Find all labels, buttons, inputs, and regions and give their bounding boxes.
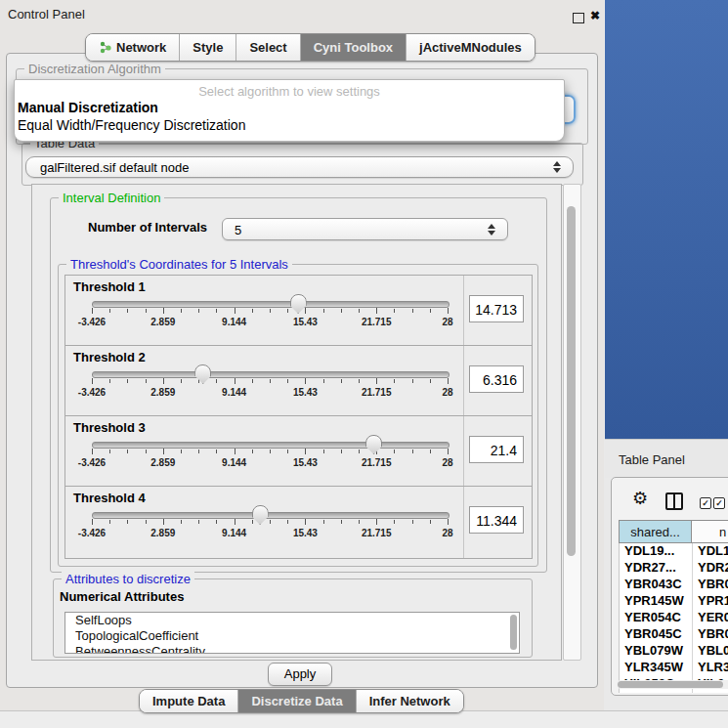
- cell-shared-name[interactable]: YBL079W: [619, 643, 692, 660]
- scrollbar-thumb[interactable]: [618, 681, 723, 688]
- cell-name[interactable]: YBR0: [692, 577, 728, 593]
- tab-style[interactable]: Style: [179, 34, 236, 61]
- tick-label: 2.859: [150, 457, 175, 468]
- slider-thumb[interactable]: [194, 364, 211, 384]
- row-divider: [463, 276, 464, 347]
- scrollbar-thumb[interactable]: [567, 206, 576, 556]
- cell-name[interactable]: YPR1: [692, 593, 728, 610]
- tick-label: 15.43: [293, 457, 318, 468]
- cell-name[interactable]: YDR2: [692, 560, 728, 577]
- threshold-value-field[interactable]: 21.4: [469, 436, 524, 463]
- threshold-value-field[interactable]: 14.713: [469, 295, 524, 322]
- table-row[interactable]: YDR27...YDR2: [619, 560, 728, 577]
- popup-item-equal-width[interactable]: Equal Width/Frequency Discretization: [15, 116, 564, 134]
- close-icon[interactable]: ✖: [590, 9, 600, 22]
- slider-track[interactable]: [92, 301, 450, 308]
- row-divider: [463, 487, 464, 558]
- slider-track[interactable]: [92, 512, 450, 519]
- column-header-shared[interactable]: shared...: [619, 520, 692, 543]
- tick-mark: [109, 379, 110, 383]
- tick-mark: [92, 378, 93, 384]
- cell-shared-name[interactable]: YDR27...: [619, 560, 692, 577]
- tab-impute-data[interactable]: Impute Data: [140, 690, 237, 712]
- table-row[interactable]: YPR145WYPR1: [619, 593, 728, 610]
- tick-mark: [252, 450, 253, 453]
- vertical-scrollbar[interactable]: [563, 184, 581, 661]
- tick-mark: [252, 520, 253, 524]
- table-row[interactable]: YER054CYER0: [619, 610, 728, 626]
- tick-mark: [287, 379, 288, 383]
- tab-jactivemnodules[interactable]: jActiveMNodules: [406, 34, 535, 61]
- tick-label: 21.715: [362, 387, 392, 398]
- float-window-icon[interactable]: [573, 13, 584, 23]
- tick-mark: [270, 520, 271, 524]
- split-columns-icon[interactable]: [665, 492, 683, 510]
- tick-mark: [394, 520, 395, 524]
- list-scrollbar[interactable]: [510, 615, 517, 650]
- threshold-value-field[interactable]: 11.344: [469, 506, 524, 534]
- slider-thumb[interactable]: [252, 505, 269, 525]
- popup-header: Select algorithm to view settings: [15, 80, 564, 99]
- settings-scroll-viewport: Interval Definition Number of Intervals …: [31, 184, 562, 661]
- table-row[interactable]: YBR045CYBR0: [619, 626, 728, 643]
- numerical-attributes-label: Numerical Attributes: [60, 589, 184, 604]
- cell-name[interactable]: YDL1: [692, 543, 728, 560]
- cell-name[interactable]: YBR0: [692, 626, 728, 643]
- tab-label: Network: [116, 34, 166, 61]
- attributes-group: Attributes to discretize Numerical Attri…: [53, 578, 533, 658]
- tick-mark: [430, 309, 431, 313]
- tick-mark: [127, 379, 128, 383]
- tick-mark: [181, 520, 182, 524]
- tick-mark: [359, 309, 360, 313]
- popup-item-manual[interactable]: Manual Discretization: [15, 99, 564, 116]
- slider-track[interactable]: [92, 442, 450, 449]
- tab-select[interactable]: Select: [236, 34, 299, 61]
- tab-infer-network[interactable]: Infer Network: [356, 690, 463, 712]
- table-data-combobox[interactable]: galFiltered.sif default node: [25, 156, 574, 178]
- tick-mark: [341, 309, 342, 313]
- tick-mark: [216, 520, 217, 524]
- tick-mark: [287, 450, 288, 453]
- horizontal-scrollbar[interactable]: [617, 680, 728, 689]
- cell-shared-name[interactable]: YPR145W: [619, 593, 692, 610]
- slider-thumb[interactable]: [365, 435, 382, 454]
- column-header-name[interactable]: n: [692, 520, 728, 543]
- table-row[interactable]: YBR043CYBR0: [619, 577, 728, 593]
- cell-shared-name[interactable]: YBR045C: [619, 626, 692, 643]
- cell-name[interactable]: YLR3: [692, 660, 728, 676]
- algorithm-dropdown-popup: Select algorithm to view settings Manual…: [14, 79, 565, 142]
- slider-track[interactable]: [92, 371, 450, 378]
- attribute-list-item[interactable]: SelfLoops: [65, 613, 519, 628]
- tick-label: 28: [442, 528, 452, 538]
- cell-name[interactable]: YBL0: [692, 643, 728, 660]
- tab-cyni-toolbox[interactable]: Cyni Toolbox: [300, 34, 406, 61]
- slider-thumb[interactable]: [290, 294, 307, 314]
- tick-mark: [127, 309, 128, 313]
- apply-button[interactable]: Apply: [268, 663, 332, 686]
- gear-icon[interactable]: ⚙: [632, 490, 648, 507]
- tick-mark: [359, 520, 360, 524]
- table-row[interactable]: YBL079WYBL0: [619, 643, 728, 660]
- number-of-intervals-combobox[interactable]: 5: [222, 218, 508, 240]
- checkbox-icon[interactable]: ✓: [713, 497, 725, 509]
- numerical-attributes-list[interactable]: SelfLoopsTopologicalCoefficientBetweenne…: [64, 612, 520, 654]
- threshold-value-field[interactable]: 6.316: [469, 365, 524, 393]
- cell-shared-name[interactable]: YLR345W: [619, 660, 692, 676]
- cell-name[interactable]: YER0: [692, 610, 728, 626]
- tick-label: 15.43: [293, 317, 318, 327]
- tick-mark: [287, 520, 288, 524]
- attribute-list-item[interactable]: BetweennessCentrality: [65, 644, 519, 654]
- tab-network[interactable]: Network: [86, 34, 179, 61]
- table-row[interactable]: YDL19...YDL1: [619, 543, 728, 560]
- tick-mark: [146, 379, 147, 383]
- tick-mark: [163, 308, 164, 314]
- checkbox-icon[interactable]: ✓: [700, 497, 711, 509]
- tab-discretize-data[interactable]: Discretize Data: [237, 690, 355, 712]
- tick-mark: [412, 379, 413, 383]
- bottom-tabbar: Impute DataDiscretize DataInfer Network: [139, 689, 464, 713]
- cell-shared-name[interactable]: YER054C: [619, 610, 692, 626]
- cell-shared-name[interactable]: YBR043C: [619, 577, 692, 593]
- attribute-list-item[interactable]: TopologicalCoefficient: [65, 628, 519, 644]
- table-row[interactable]: YLR345WYLR3: [619, 660, 728, 676]
- cell-shared-name[interactable]: YDL19...: [619, 543, 692, 560]
